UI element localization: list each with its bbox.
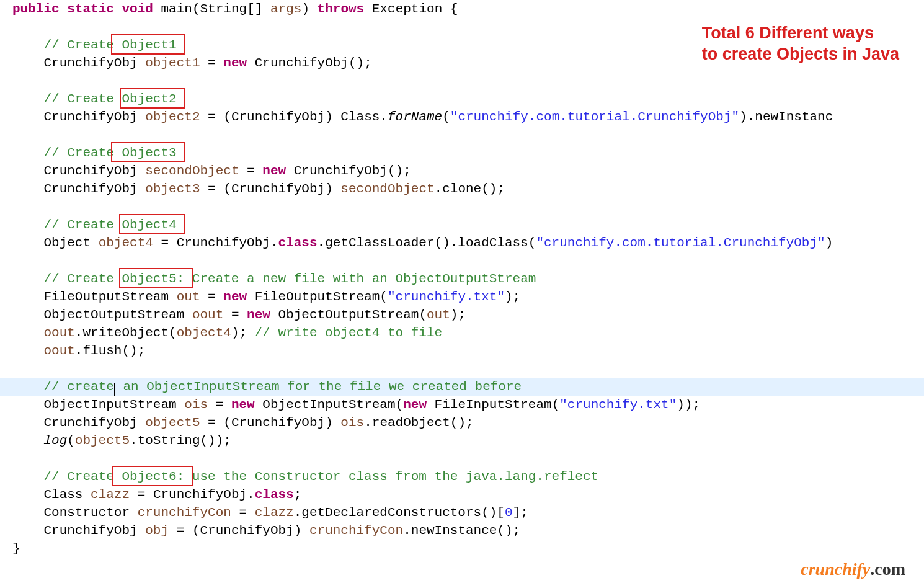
kw-new: new — [247, 308, 270, 322]
l5c-obj: oout — [43, 326, 74, 340]
l2-string: "crunchify.com.tutorial.CrunchifyObj" — [450, 110, 739, 124]
l6a-string: "crunchify.txt" — [559, 398, 677, 412]
l6a-var: ois — [184, 398, 208, 412]
l4-expr2: .getClassLoader().loadClass( — [318, 236, 536, 250]
kw-new: new — [223, 290, 247, 304]
kw-void: void — [122, 2, 153, 16]
comment-object3: // Create Object3 — [43, 146, 176, 160]
l5a-var: out — [177, 290, 200, 304]
exc-type: Exception — [372, 2, 442, 16]
l6b-cast: CrunchifyObj — [231, 416, 325, 430]
kw-new: new — [223, 56, 247, 70]
watermark-suffix: .com — [870, 559, 905, 579]
l7c-type: CrunchifyObj — [43, 523, 137, 538]
l3b-m: .clone(); — [435, 182, 505, 196]
l5c-comment: // write object4 to file — [255, 326, 442, 340]
l6b-type: CrunchifyObj — [43, 416, 137, 430]
l7a-type: Class — [43, 487, 82, 502]
text-cursor — [114, 383, 115, 396]
l5b-arg: out — [427, 308, 450, 322]
l2-cast: CrunchifyObj — [231, 110, 325, 124]
l6a-type: ObjectInputStream — [43, 398, 176, 412]
l7c-cast: CrunchifyObj — [200, 523, 294, 538]
l1-type: CrunchifyObj — [43, 56, 137, 70]
l5d-m: .flush(); — [75, 344, 145, 358]
kw-class: class — [278, 236, 318, 250]
l4-var: object4 — [99, 236, 153, 250]
title-line1: Total 6 Different ways — [702, 22, 899, 43]
comment-ois: // create an ObjectInputStream for the f… — [43, 380, 522, 394]
l1-ctor: CrunchifyObj — [255, 56, 349, 70]
l7b-var: crunchifyCon — [138, 505, 231, 520]
l3b-cast: CrunchifyObj — [231, 182, 325, 196]
l7c-var: obj — [145, 523, 169, 538]
l4-expr1: CrunchifyObj. — [177, 236, 278, 250]
l5b-ctor: ObjectOutputStream — [278, 308, 419, 322]
l5a-ctor: FileOutputStream — [255, 290, 380, 304]
l7a-expr: CrunchifyObj. — [153, 487, 255, 502]
l3b-var: object3 — [145, 182, 200, 196]
l2-class: Class — [340, 110, 380, 124]
l6a-ctor1: ObjectInputStream — [262, 398, 395, 412]
comment-object1: // Create Object1 — [43, 38, 176, 52]
kw-new: new — [403, 398, 427, 412]
l3a-type: CrunchifyObj — [43, 164, 137, 178]
l7c-m: .newInstance(); — [403, 523, 520, 538]
l7a-var: clazz — [91, 487, 130, 502]
l7b-m: .getDeclaredConstructors()[ — [294, 505, 505, 520]
l2-forname: forName — [388, 110, 442, 124]
l2-var: object2 — [145, 110, 200, 124]
l6b-var: object5 — [145, 416, 200, 430]
l3a-var: secondObject — [145, 164, 239, 178]
l6c-m: .toString()); — [130, 434, 231, 448]
l4-type: Object — [43, 236, 91, 250]
l2-tail: .newInstanc — [747, 110, 833, 124]
l5d-obj: oout — [43, 344, 74, 358]
arg-name: args — [270, 2, 301, 16]
watermark-brand: crunchify — [801, 559, 870, 579]
l5c-m: .writeObject( — [75, 326, 177, 340]
l6b-src: ois — [340, 416, 364, 430]
comment-object2: // Create Object2 — [43, 92, 176, 106]
kw-throws: throws — [318, 2, 365, 16]
l7b-src: clazz — [255, 505, 294, 520]
arg-type: String[] — [200, 2, 263, 16]
l5a-type: FileOutputStream — [43, 290, 169, 304]
kw-public: public — [12, 2, 60, 16]
l4-string: "crunchify.com.tutorial.CrunchifyObj" — [536, 236, 825, 250]
l6c-arg: object5 — [75, 434, 130, 448]
title-overlay: Total 6 Different ways to create Objects… — [702, 22, 899, 65]
l7c-src: crunchifyCon — [309, 523, 403, 538]
l6b-m: .readObject(); — [364, 416, 473, 430]
l6a-ctor2: FileInputStream — [435, 398, 552, 412]
l5b-var: oout — [192, 308, 223, 322]
kw-class: class — [255, 487, 294, 502]
title-line2: to create Objects in Java — [702, 43, 899, 65]
code-block: public static void main(String[] args) t… — [0, 0, 924, 558]
l3b-src: secondObject — [340, 182, 434, 196]
method-name: main — [161, 2, 192, 16]
l6c-log: log — [43, 434, 67, 448]
l3a-ctor: CrunchifyObj — [294, 164, 388, 178]
comment-object4: // Create Object4 — [43, 218, 176, 232]
l4-tail: ) — [825, 236, 833, 250]
kw-new: new — [262, 164, 286, 178]
brace-close: } — [12, 541, 20, 556]
l5b-type: ObjectOutputStream — [43, 308, 184, 322]
l1-var: object1 — [145, 56, 200, 70]
watermark: crunchify.com — [801, 560, 905, 578]
l2-type: CrunchifyObj — [43, 110, 137, 124]
l7b-type: Constructor — [43, 505, 130, 520]
kw-static: static — [67, 2, 114, 16]
comment-object6: // Create Object6: use the Constructor c… — [43, 470, 598, 484]
l5c-arg: object4 — [177, 326, 231, 340]
comment-object5: // Create Object5: Create a new file wit… — [43, 272, 536, 286]
l7b-idx: 0 — [505, 505, 513, 520]
l3b-type: CrunchifyObj — [43, 182, 137, 196]
kw-new: new — [231, 398, 255, 412]
l5a-string: "crunchify.txt" — [388, 290, 505, 304]
